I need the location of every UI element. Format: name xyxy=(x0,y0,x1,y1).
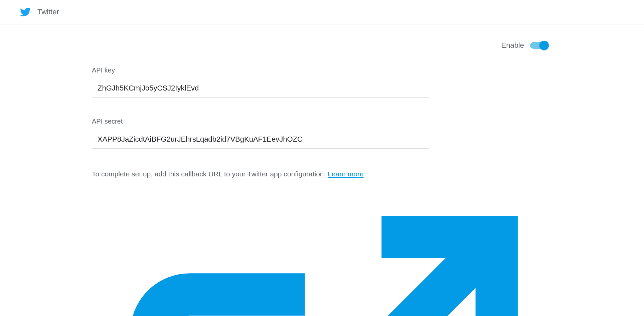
api-secret-input[interactable] xyxy=(92,130,429,149)
api-key-input[interactable] xyxy=(92,79,429,98)
enable-row: Enable xyxy=(92,41,552,50)
provider-header: Twitter xyxy=(0,0,644,24)
api-key-label: API key xyxy=(92,66,552,74)
learn-more-link[interactable]: Learn more xyxy=(92,170,554,316)
enable-toggle[interactable] xyxy=(530,42,549,49)
api-secret-group: API secret xyxy=(92,118,552,149)
provider-title: Twitter xyxy=(37,8,59,16)
api-secret-label: API secret xyxy=(92,118,552,125)
toggle-thumb xyxy=(539,41,549,50)
callback-helper: To complete set up, add this callback UR… xyxy=(92,170,326,178)
api-key-group: API key xyxy=(92,66,552,98)
callback-helper-text: To complete set up, add this callback UR… xyxy=(92,169,552,316)
enable-label: Enable xyxy=(501,41,524,50)
twitter-icon xyxy=(20,7,31,17)
learn-more-label: Learn more xyxy=(328,170,363,178)
provider-config-form: Enable API key API secret To complete se… xyxy=(0,24,644,316)
